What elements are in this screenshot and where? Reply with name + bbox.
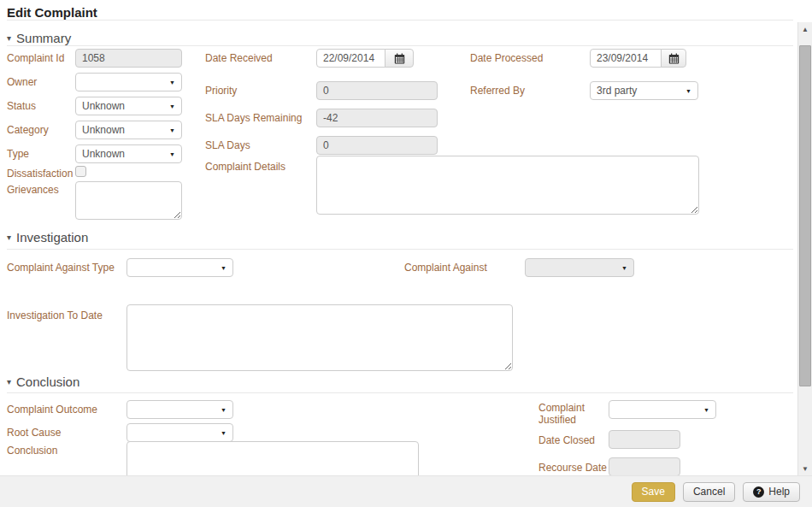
complaint-details-label: Complaint Details <box>205 161 285 173</box>
complaint-outcome-label: Complaint Outcome <box>7 404 97 416</box>
date-closed-input <box>609 430 680 449</box>
complaint-against-label: Complaint Against <box>404 262 487 274</box>
help-button-label: Help <box>768 486 790 498</box>
dissatisfaction-checkbox[interactable] <box>75 166 86 177</box>
category-select-value: Unknown <box>82 124 166 136</box>
divider <box>7 20 793 21</box>
scroll-down-icon: ▼ <box>802 465 809 473</box>
date-processed-label: Date Processed <box>470 52 543 64</box>
scroll-up-icon: ▲ <box>802 26 809 33</box>
chevron-down-icon: ▼ <box>169 151 175 157</box>
divider <box>7 392 793 393</box>
owner-select[interactable]: ▼ <box>75 73 182 91</box>
chevron-down-icon: ▼ <box>221 407 227 413</box>
complaint-outcome-select[interactable]: ▼ <box>127 400 233 419</box>
save-button[interactable]: Save <box>632 482 675 502</box>
section-header-investigation[interactable]: ▾ Investigation <box>7 230 88 245</box>
date-received-input[interactable] <box>316 49 385 68</box>
complaint-against-select: ▼ <box>525 258 634 277</box>
section-title-conclusion: Conclusion <box>16 374 79 389</box>
sla-days-remaining-label: SLA Days Remaining <box>205 112 302 124</box>
recourse-date-input <box>609 457 680 475</box>
complaint-against-type-select[interactable]: ▼ <box>127 258 233 277</box>
sla-days-remaining-input <box>316 109 438 127</box>
question-mark-icon: ? <box>753 486 764 498</box>
edit-complaint-window: Edit Complaint ▾ Summary Complaint Id Ow… <box>0 0 812 507</box>
referred-by-select[interactable]: 3rd party ▼ <box>590 81 698 100</box>
owner-label: Owner <box>7 76 37 88</box>
sla-days-label: SLA Days <box>205 139 250 151</box>
complaint-justified-select[interactable]: ▼ <box>609 400 716 419</box>
complaint-details-textarea[interactable] <box>316 156 699 215</box>
scrollbar-down-button[interactable]: ▼ <box>798 462 812 475</box>
conclusion-label: Conclusion <box>7 445 57 457</box>
date-received-label: Date Received <box>205 52 273 64</box>
complaint-id-input <box>75 49 182 68</box>
collapse-triangle-icon: ▾ <box>7 233 11 242</box>
calendar-icon <box>668 53 680 64</box>
type-select[interactable]: Unknown ▼ <box>75 144 182 163</box>
chevron-down-icon: ▼ <box>169 80 175 85</box>
referred-by-select-value: 3rd party <box>597 85 682 97</box>
complaint-id-label: Complaint Id <box>7 52 64 64</box>
divider <box>7 249 793 250</box>
status-select-value: Unknown <box>82 100 166 112</box>
date-processed-input[interactable] <box>590 49 662 68</box>
chevron-down-icon: ▼ <box>621 265 627 271</box>
section-title-investigation: Investigation <box>16 230 88 245</box>
dissatisfaction-label: Dissatisfaction <box>7 168 73 180</box>
category-label: Category <box>7 124 49 136</box>
section-header-conclusion[interactable]: ▾ Conclusion <box>7 374 79 389</box>
form-scroll-area: ▾ Summary Complaint Id Owner ▼ Status Un… <box>0 0 812 475</box>
chevron-down-icon: ▼ <box>221 265 227 271</box>
priority-input <box>316 81 438 100</box>
chevron-down-icon: ▼ <box>169 103 175 109</box>
sla-days-input <box>316 136 438 155</box>
status-select[interactable]: Unknown ▼ <box>75 97 182 115</box>
chevron-down-icon: ▼ <box>221 430 227 436</box>
chevron-down-icon: ▼ <box>169 127 175 133</box>
date-received-calendar-button[interactable] <box>385 49 414 68</box>
footer-bar: Save Cancel ? Help <box>0 475 812 507</box>
status-label: Status <box>7 100 36 112</box>
help-button[interactable]: ? Help <box>743 482 800 502</box>
root-cause-label: Root Cause <box>7 427 61 439</box>
chevron-down-icon: ▼ <box>685 88 691 94</box>
investigation-to-date-label: Investigation To Date <box>7 310 103 321</box>
root-cause-select[interactable]: ▼ <box>127 423 233 442</box>
section-title-summary: Summary <box>16 31 71 45</box>
collapse-triangle-icon: ▾ <box>7 34 11 43</box>
calendar-icon <box>394 53 405 64</box>
complaint-justified-label: Complaint Justified <box>538 402 591 426</box>
collapse-triangle-icon: ▾ <box>7 378 11 386</box>
complaint-against-type-label: Complaint Against Type <box>7 262 115 274</box>
scrollbar-up-button[interactable]: ▲ <box>798 22 812 36</box>
date-closed-label: Date Closed <box>538 434 595 446</box>
recourse-date-label: Recourse Date <box>538 462 607 474</box>
scrollbar-thumb[interactable] <box>799 45 811 386</box>
priority-label: Priority <box>205 85 237 97</box>
section-header-summary[interactable]: ▾ Summary <box>7 31 71 45</box>
grievances-label: Grievances <box>7 184 59 196</box>
chevron-down-icon: ▼ <box>703 407 709 413</box>
conclusion-textarea[interactable] <box>127 441 419 475</box>
date-processed-calendar-button[interactable] <box>661 49 686 68</box>
type-label: Type <box>7 148 29 160</box>
divider <box>7 45 793 46</box>
investigation-to-date-textarea[interactable] <box>127 304 513 371</box>
grievances-textarea[interactable] <box>75 181 182 220</box>
category-select[interactable]: Unknown ▼ <box>75 121 182 139</box>
cancel-button[interactable]: Cancel <box>683 482 735 502</box>
referred-by-label: Referred By <box>470 85 525 97</box>
type-select-value: Unknown <box>82 148 166 160</box>
vertical-scrollbar[interactable]: ▲ ▼ <box>797 22 812 475</box>
